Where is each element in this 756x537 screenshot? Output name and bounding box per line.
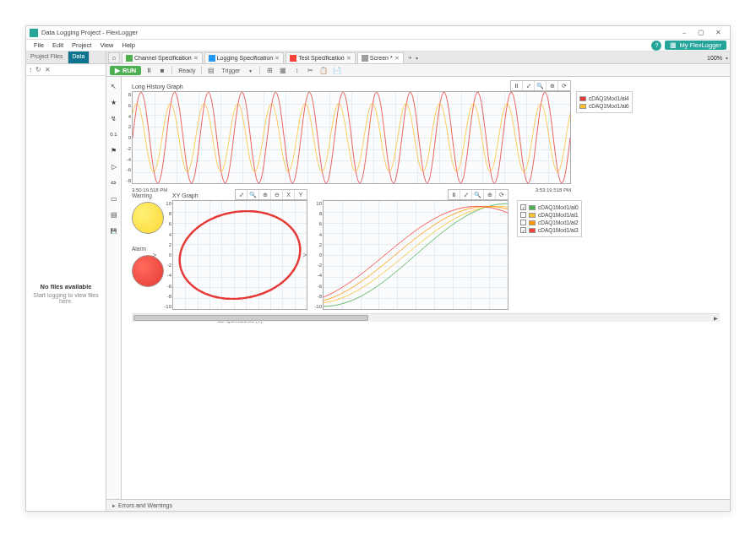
tab-dropdown-icon[interactable]: ▾ [416,55,418,61]
close-icon[interactable]: ✕ [394,55,400,62]
save-tool[interactable]: 💾 [108,225,120,236]
close-icon[interactable]: ✕ [193,55,199,62]
legend-item[interactable]: cDAQ1Mod1/ai6 [579,102,629,110]
toolbar-btn-1[interactable]: ▤ [205,65,217,75]
chart1-toolbar-btn-2[interactable]: 🔍 [535,81,547,90]
stop-button[interactable]: ■ [156,65,168,75]
axis-tick: 2 [319,242,322,247]
line-chart-tool[interactable]: ↯ [108,112,120,124]
axis-tick: -4 [167,273,171,278]
container-tool[interactable]: ▭ [108,193,120,204]
toolbar-btn-d[interactable]: ✂ [304,65,316,75]
add-tab-button[interactable]: + [405,54,416,62]
menu-file[interactable]: File [30,41,48,49]
flag-tool[interactable]: ⚑ [108,144,120,156]
menu-help[interactable]: Help [118,41,139,49]
chart2-plot[interactable]: 1086420-2-4-6-8-10 V [172,200,307,310]
scroll-right-icon[interactable]: ▶ [711,314,720,322]
chart3-toolbar-btn-4[interactable]: ⟳ [496,190,508,199]
pause-button[interactable]: ⏸ [143,65,155,75]
play-tool[interactable]: ▷ [108,160,120,172]
schedule-tool[interactable]: ▤ [108,209,120,220]
sort-icon[interactable]: ↕ [29,66,32,73]
zoom-level[interactable]: 100% [704,55,726,61]
chart1-toolbar-btn-4[interactable]: ⟳ [558,81,570,90]
trigger-dropdown[interactable]: ▾ [244,65,256,75]
delete-icon[interactable]: ✕ [45,66,51,73]
left-tabs: Project Files Data [26,52,106,64]
my-flexlogger-button[interactable]: ▦ My FlexLogger [665,41,726,50]
chart2-toolbar-btn-1[interactable]: 🔍 [247,190,259,199]
tab-test-spec-label: Test Specification [298,55,344,61]
toolbar-btn-b[interactable]: ▦ [277,65,289,75]
maximize-button[interactable]: ▢ [693,27,710,39]
close-button[interactable]: ✕ [710,27,726,39]
legend-item[interactable]: cDAQ1Mod1/ai2 [520,219,579,226]
status-ready: Ready [176,68,198,73]
toolbar-btn-a[interactable]: ⊞ [264,65,275,75]
legend-checkbox[interactable]: ✓ [520,204,526,210]
chart1-plot[interactable]: 86420-2-4-6-8 V [132,91,571,184]
legend-item[interactable]: cDAQ1Mod1/ai1 [520,211,579,219]
chart2-toolbar-btn-5[interactable]: Y [295,190,307,199]
run-button[interactable]: ▶ RUN [110,66,141,75]
chart3-toolbar-btn-1[interactable]: ⤢ [460,190,472,199]
screen-icon [362,55,368,62]
chart2-toolbar-btn-3[interactable]: ⊖ [271,190,283,199]
axis-tick: -4 [318,273,322,278]
legend-item[interactable]: cDAQ1Mod1/ai4 [579,95,629,102]
close-icon[interactable]: ✕ [346,55,351,62]
home-tab-button[interactable]: ⌂ [108,52,120,63]
chart3-plot[interactable]: 1086420-2-4-6-8-10 V [323,200,509,310]
legend-checkbox[interactable] [520,220,526,225]
legend-item[interactable]: ✓cDAQ1Mod1/ai3 [520,226,579,234]
chart3-toolbar-btn-3[interactable]: ⊕ [484,190,496,199]
chart3-toolbar-btn-2[interactable]: 🔍 [472,190,484,199]
horizontal-scrollbar[interactable]: ◀ ▶ [132,313,720,322]
menu-view[interactable]: View [95,41,117,49]
slider-tool[interactable]: ⇔ [108,176,120,188]
menu-project[interactable]: Project [68,41,95,49]
tab-screen[interactable]: Screen * ✕ [357,52,404,63]
star-tool[interactable]: ★ [108,96,120,108]
no-files-title: No files available [41,283,92,290]
toolbar-btn-f[interactable]: 📄 [331,65,343,75]
close-icon[interactable]: ✕ [275,55,280,62]
toolbar-btn-e[interactable]: 📋 [318,65,329,75]
tab-channel-spec-label: Channel Specification [134,55,192,61]
menu-edit[interactable]: Edit [48,41,68,49]
chart1-toolbar-btn-3[interactable]: ⊕ [547,81,558,90]
legend-checkbox[interactable]: ✓ [520,227,526,233]
chart3-toolbar-btn-0[interactable]: ⏸ [449,190,460,199]
chart1-toolbar-btn-1[interactable]: ⤢ [523,81,535,90]
minimize-button[interactable]: – [676,27,693,39]
cursor-tool[interactable]: ↖ [108,80,120,92]
plot-series [324,203,508,306]
legend-checkbox[interactable] [520,212,526,218]
help-icon[interactable]: ? [651,41,661,51]
tab-logging-spec[interactable]: Logging Specification ✕ [204,52,285,63]
axis-tick: 4 [169,232,171,237]
chart2-toolbar-btn-0[interactable]: ⤢ [236,190,247,199]
tab-channel-spec[interactable]: Channel Specification ✕ [122,52,203,63]
expand-errors-icon[interactable]: ▸ [110,502,118,509]
numeric-tool[interactable]: 0.1 [108,128,120,140]
my-flexlogger-label: My FlexLogger [679,41,721,49]
chart2-toolbar-btn-4[interactable]: X [283,190,295,199]
toolbar-btn-c[interactable]: ↕ [291,65,302,75]
window-title: Data Logging Project - FlexLogger [41,29,676,36]
axis-tick: -4 [127,157,131,162]
zoom-dropdown-icon[interactable]: ▾ [726,55,728,61]
tab-test-spec[interactable]: Test Specification ✕ [286,52,355,63]
tab-project-files[interactable]: Project Files [26,52,68,63]
legend-item[interactable]: ✓cDAQ1Mod1/ai0 [520,203,579,211]
axis-tick: 6 [128,103,131,108]
axis-tick: 0 [319,252,322,258]
chart3-y-unit: V [302,253,307,257]
chart2-toolbar-btn-2[interactable]: ⊕ [259,190,271,199]
chart1-toolbar-btn-0[interactable]: ⏸ [511,81,523,90]
errors-warnings-label[interactable]: Errors and Warnings [118,502,172,508]
tab-data[interactable]: Data [68,52,90,63]
refresh-icon[interactable]: ↻ [35,66,41,73]
scrollbar-thumb[interactable] [133,315,368,321]
